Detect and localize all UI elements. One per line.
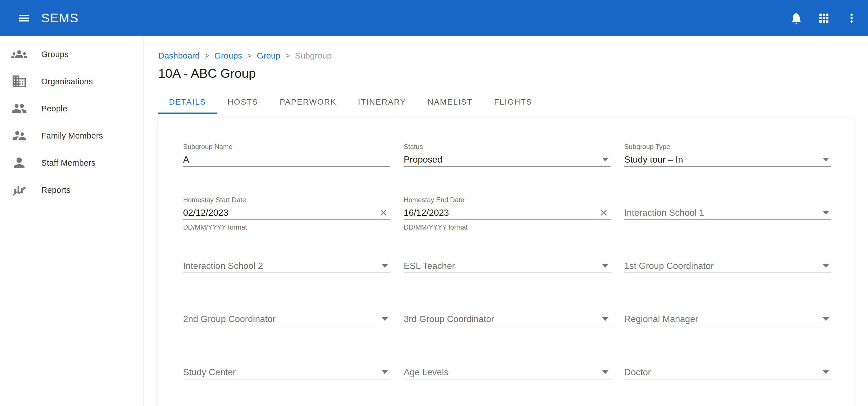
- field-value-3rd-group-coordinator: 3rd Group Coordinator: [404, 314, 494, 324]
- field-interaction-school-2: Interaction School 2: [183, 249, 390, 302]
- tab-hosts[interactable]: HOSTS: [217, 90, 269, 114]
- select-study-center[interactable]: Study Center: [183, 365, 390, 379]
- clear-date-button[interactable]: [598, 206, 610, 219]
- details-form: Subgroup NameAStatusProposedSubgroup Typ…: [183, 143, 831, 406]
- sidebar: GroupsOrganisationsPeopleFamily MembersS…: [0, 36, 144, 406]
- main-content: Dashboard>Groups>Group>Subgroup 10A - AB…: [144, 36, 868, 406]
- sidebar-item-reports[interactable]: Reports: [0, 176, 144, 204]
- breadcrumb-groups[interactable]: Groups: [214, 50, 242, 61]
- field-label-esl-teacher: [404, 249, 611, 257]
- breadcrumb-subgroup: Subgroup: [295, 50, 332, 61]
- field-label-3rd-group-coordinator: [404, 302, 611, 311]
- breadcrumb-dashboard[interactable]: Dashboard: [158, 50, 200, 61]
- input-homestay-end-date[interactable]: 16/12/2023: [404, 206, 611, 220]
- field-label-age-levels: [404, 355, 611, 364]
- input-homestay-start-date[interactable]: 02/12/2023: [183, 206, 390, 220]
- field-value-homestay-end-date: 16/12/2023: [404, 207, 449, 218]
- select-interaction-school-1[interactable]: Interaction School 1: [624, 206, 831, 220]
- field-value-1st-group-coordinator: 1st Group Coordinator: [624, 261, 714, 271]
- reports-icon: [11, 182, 27, 198]
- dropdown-arrow-icon[interactable]: [602, 158, 608, 162]
- field-3rd-group-coordinator: 3rd Group Coordinator: [404, 302, 611, 355]
- dropdown-arrow-icon[interactable]: [602, 317, 608, 321]
- select-2nd-group-coordinator[interactable]: 2nd Group Coordinator: [183, 312, 390, 326]
- tab-itinerary[interactable]: ITINERARY: [347, 90, 417, 114]
- field-homestay-end-date: Homestay End Date16/12/2023DD/MM/YYYY fo…: [404, 196, 611, 249]
- breadcrumb-separator: >: [205, 50, 209, 61]
- sidebar-item-groups[interactable]: Groups: [0, 41, 144, 68]
- field-value-study-center: Study Center: [183, 367, 236, 377]
- dropdown-arrow-icon[interactable]: [823, 158, 829, 162]
- apps-grid-icon: [817, 11, 831, 25]
- dropdown-arrow-icon[interactable]: [823, 370, 829, 374]
- tab-namelist[interactable]: NAMELIST: [417, 90, 483, 114]
- field-doctor: Doctor: [624, 355, 831, 406]
- tab-flights[interactable]: FLIGHTS: [484, 90, 543, 114]
- tab-details[interactable]: DETAILS: [158, 90, 217, 114]
- family-members-icon: [11, 128, 27, 144]
- select-subgroup-type[interactable]: Study tour – In: [624, 153, 831, 167]
- dropdown-arrow-icon[interactable]: [382, 317, 388, 321]
- field-label-interaction-school-1: [624, 196, 831, 204]
- dropdown-arrow-icon[interactable]: [602, 370, 608, 374]
- tab-paperwork[interactable]: PAPERWORK: [269, 90, 347, 114]
- notifications-icon: [789, 11, 803, 25]
- sidebar-item-staff-members[interactable]: Staff Members: [0, 149, 144, 176]
- field-helper-homestay-end-date: DD/MM/YYYY format: [404, 223, 611, 231]
- dropdown-arrow-icon[interactable]: [382, 370, 388, 374]
- field-label-subgroup-type: Subgroup Type: [624, 143, 831, 151]
- sidebar-item-label: People: [41, 104, 67, 113]
- field-value-esl-teacher: ESL Teacher: [404, 261, 455, 271]
- field-label-status: Status: [404, 143, 611, 151]
- apps-button[interactable]: [816, 10, 832, 26]
- details-card: Subgroup NameAStatusProposedSubgroup Typ…: [158, 118, 854, 406]
- field-label-1st-group-coordinator: [624, 249, 831, 257]
- clear-date-button[interactable]: [377, 206, 390, 219]
- sidebar-item-family-members[interactable]: Family Members: [0, 122, 144, 149]
- field-helper-homestay-start-date: DD/MM/YYYY format: [183, 223, 390, 231]
- breadcrumb-group[interactable]: Group: [257, 50, 280, 61]
- close-icon: [378, 207, 389, 218]
- page-shell: GroupsOrganisationsPeopleFamily MembersS…: [0, 36, 868, 406]
- sidebar-item-label: Groups: [41, 50, 69, 59]
- field-label-regional-manager: [624, 302, 831, 311]
- notifications-button[interactable]: [788, 10, 804, 26]
- dropdown-arrow-icon[interactable]: [602, 264, 608, 268]
- more-button[interactable]: [844, 10, 860, 26]
- select-doctor[interactable]: Doctor: [624, 365, 831, 379]
- field-study-center: Study Center: [183, 355, 390, 406]
- field-esl-teacher: ESL Teacher: [404, 249, 611, 302]
- field-label-homestay-start-date: Homestay Start Date: [183, 196, 390, 204]
- sidebar-item-label: Organisations: [41, 77, 93, 86]
- sidebar-item-organisations[interactable]: Organisations: [0, 68, 144, 95]
- field-value-age-levels: Age Levels: [404, 367, 448, 377]
- field-1st-group-coordinator: 1st Group Coordinator: [624, 249, 831, 302]
- select-status[interactable]: Proposed: [404, 153, 611, 167]
- dropdown-arrow-icon[interactable]: [382, 264, 388, 268]
- page-title: 10A - ABC Group: [158, 66, 868, 81]
- field-label-homestay-end-date: Homestay End Date: [404, 196, 611, 204]
- breadcrumb-separator: >: [247, 50, 252, 61]
- dropdown-arrow-icon[interactable]: [823, 211, 829, 214]
- field-value-subgroup-type: Study tour – In: [624, 154, 683, 165]
- select-regional-manager[interactable]: Regional Manager: [624, 312, 831, 326]
- tab-bar: DETAILSHOSTSPAPERWORKITINERARYNAMELISTFL…: [158, 90, 868, 114]
- input-subgroup-name[interactable]: A: [183, 153, 390, 167]
- dropdown-arrow-icon[interactable]: [823, 264, 829, 268]
- sidebar-item-label: Family Members: [41, 131, 103, 141]
- field-label-2nd-group-coordinator: [183, 302, 390, 311]
- dropdown-arrow-icon[interactable]: [823, 317, 829, 321]
- select-1st-group-coordinator[interactable]: 1st Group Coordinator: [624, 259, 831, 273]
- sidebar-item-people[interactable]: People: [0, 95, 144, 122]
- hamburger-menu-button[interactable]: [16, 10, 32, 26]
- field-homestay-start-date: Homestay Start Date02/12/2023DD/MM/YYYY …: [183, 196, 390, 249]
- app-bar: SEMS: [0, 0, 868, 36]
- select-interaction-school-2[interactable]: Interaction School 2: [183, 259, 390, 273]
- select-esl-teacher[interactable]: ESL Teacher: [404, 259, 611, 273]
- more-vert-icon: [845, 11, 858, 25]
- select-3rd-group-coordinator[interactable]: 3rd Group Coordinator: [404, 312, 611, 326]
- app-bar-actions: [788, 10, 860, 26]
- field-status: StatusProposed: [404, 143, 611, 196]
- field-label-doctor: [624, 355, 831, 364]
- select-age-levels[interactable]: Age Levels: [404, 365, 611, 379]
